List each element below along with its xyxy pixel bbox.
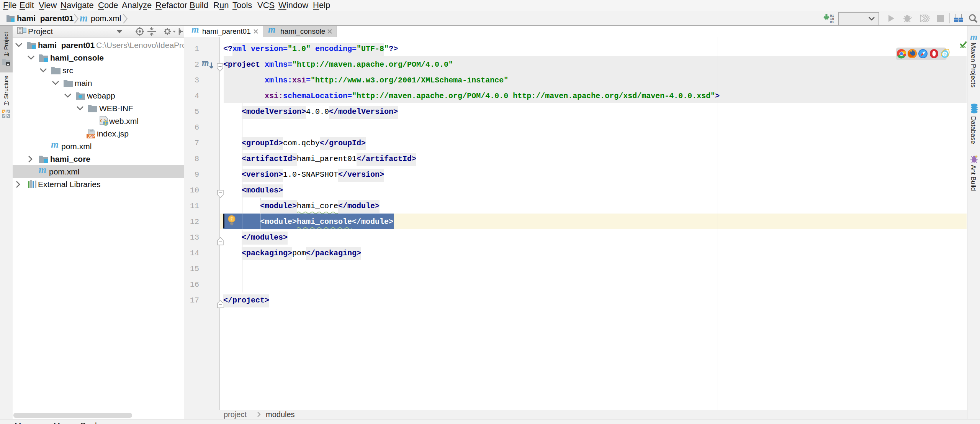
svg-text:01: 01: [830, 20, 834, 24]
svg-text:JSP: JSP: [88, 134, 95, 138]
